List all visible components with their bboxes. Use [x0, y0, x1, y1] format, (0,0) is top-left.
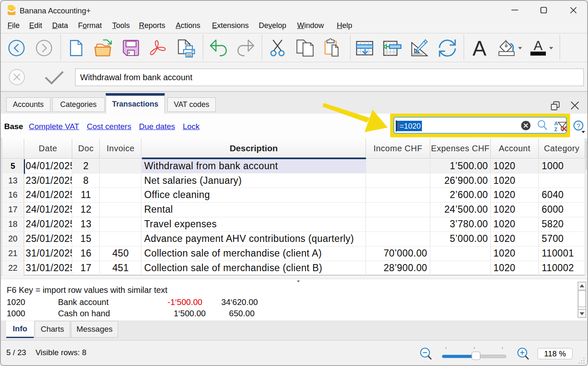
- svg-text:A: A: [554, 121, 558, 127]
- svg-text:?: ?: [577, 123, 580, 130]
- svg-text:=1020: =1020: [400, 122, 421, 130]
- svg-text:A: A: [472, 37, 487, 60]
- svg-text:A: A: [534, 38, 543, 53]
- svg-text:!: !: [397, 122, 399, 130]
- svg-text:Z: Z: [554, 127, 558, 132]
